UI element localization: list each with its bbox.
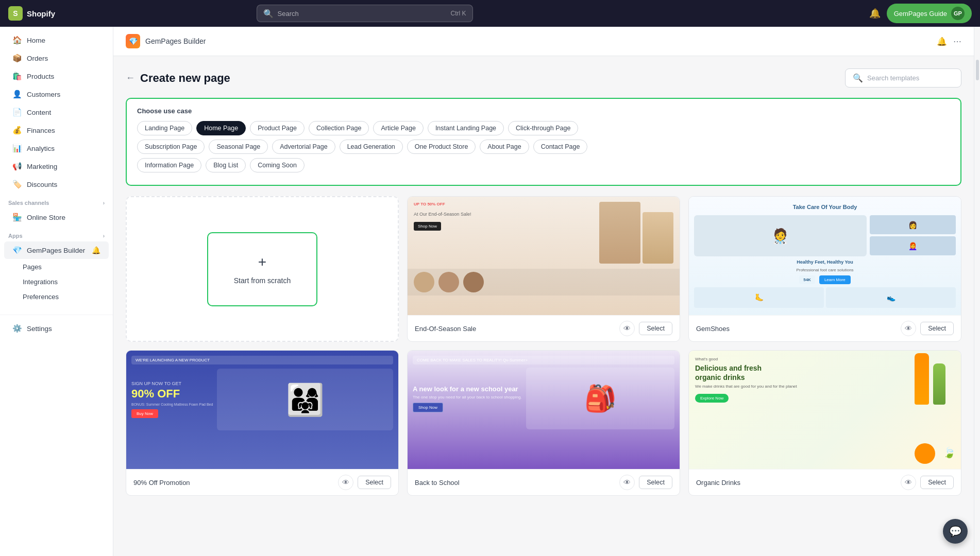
tag-subscription-page[interactable]: Subscription Page <box>137 140 205 154</box>
app-header-title: GemPages Builder <box>145 37 206 45</box>
use-case-title: Choose use case <box>137 107 950 115</box>
global-search-bar[interactable]: 🔍 Ctrl K <box>257 5 473 22</box>
gemshoes-bottom-2: 👟 <box>826 287 956 308</box>
tag-landing-page[interactable]: Landing Page <box>137 121 192 135</box>
tag-instant-landing-page[interactable]: Instant Landing Page <box>428 121 504 135</box>
preview-button-gemshoes[interactable]: 👁 <box>901 321 916 336</box>
top-navigation: S Shopify 🔍 Ctrl K 🔔 GemPages Guide GP <box>0 0 980 27</box>
tag-product-page[interactable]: Product Page <box>250 121 305 135</box>
select-button-gemshoes[interactable]: Select <box>920 322 954 335</box>
preview-subtitle: At Our End-of-Season Sale! <box>414 208 595 218</box>
scroll-track <box>974 27 980 556</box>
sidebar-item-gempages[interactable]: 💎 GemPages Builder 🔔 <box>4 241 109 259</box>
sidebar-item-settings[interactable]: ⚙️ Settings <box>4 320 109 337</box>
select-button-school[interactable]: Select <box>639 476 672 489</box>
tag-click-through-page[interactable]: Click-through Page <box>508 121 578 135</box>
sidebar-item-orders[interactable]: 📦 Orders <box>4 49 109 67</box>
customers-icon: 👤 <box>12 90 22 99</box>
sidebar-item-products[interactable]: 🛍️ Products <box>4 67 109 85</box>
sidebar-item-customers[interactable]: 👤 Customers <box>4 85 109 103</box>
template-search-input[interactable] <box>867 74 954 82</box>
template-card-end-season[interactable]: UP TO 50% OFF At Our End-of-Season Sale!… <box>407 196 680 342</box>
preview-button-school[interactable]: 👁 <box>619 475 635 490</box>
model-circle-3 <box>463 272 484 292</box>
template-card-organic[interactable]: What's good Delicious and freshorganic d… <box>688 350 961 496</box>
top-nav-right: 🔔 GemPages Guide GP <box>869 4 972 23</box>
preview-button-organic[interactable]: 👁 <box>901 475 916 490</box>
gemshoes-preview-block: Take Care Of Your Body 🧑‍⚕️ 👩 👩‍🦰 <box>689 197 961 315</box>
chat-icon: 💬 <box>949 525 962 537</box>
explore-btn: Explore Now <box>695 394 729 403</box>
tag-coming-soon[interactable]: Coming Soon <box>250 158 305 172</box>
buy-now-btn: Buy Now <box>131 409 158 418</box>
template-actions-school: 👁 Select <box>619 475 672 490</box>
template-card-school[interactable]: COME BACK TO MAKE SALES TO REALITY! Qv-S… <box>407 350 680 496</box>
tag-one-product-store[interactable]: One Product Store <box>407 140 476 154</box>
sidebar-item-label: Analytics <box>27 145 55 152</box>
tag-lead-generation[interactable]: Lead Generation <box>340 140 403 154</box>
sidebar-sub-item-integrations[interactable]: Integrations <box>0 274 113 289</box>
template-card-scratch[interactable]: + Start from scratch <box>126 196 399 342</box>
shopify-logo: S Shopify <box>8 6 55 21</box>
global-search-input[interactable] <box>278 10 447 18</box>
family-icon: 👨‍👩‍👧 <box>286 381 325 418</box>
notification-icon[interactable]: 🔔 <box>869 8 881 19</box>
scroll-thumb[interactable] <box>976 60 979 80</box>
chat-button[interactable]: 💬 <box>943 519 968 544</box>
template-name-gemshoes: GemShoes <box>696 325 730 333</box>
tag-article-page[interactable]: Article Page <box>373 121 423 135</box>
learn-more-btn: Learn More <box>819 275 851 284</box>
tag-blog-list[interactable]: Blog List <box>206 158 246 172</box>
sales-channels-section: Sales channels › <box>0 194 113 208</box>
tag-contact-page[interactable]: Contact Page <box>533 140 588 154</box>
header-bell-icon[interactable]: 🔔 <box>937 37 947 46</box>
template-actions-organic: 👁 Select <box>901 475 954 490</box>
discount-percent: 90% OFF <box>131 388 213 399</box>
tag-about-page[interactable]: About Page <box>480 140 529 154</box>
tag-seasonal-page[interactable]: Seasonal Page <box>209 140 268 154</box>
scratch-inner: + Start from scratch <box>207 232 317 306</box>
template-footer-organic: Organic Drinks 👁 Select <box>689 469 961 495</box>
select-button-organic[interactable]: Select <box>920 476 954 489</box>
school-preview-block: COME BACK TO MAKE SALES TO REALITY! Qv-S… <box>408 351 680 469</box>
tag-row-1: Landing Page Home Page Product Page Coll… <box>137 121 950 135</box>
main-layout: 🏠 Home 📦 Orders 🛍️ Products 👤 Customers … <box>0 27 980 556</box>
sidebar-item-finances[interactable]: 💰 Finances <box>4 121 109 139</box>
search-icon: 🔍 <box>263 9 274 19</box>
template-preview-gemshoes: Take Care Of Your Body 🧑‍⚕️ 👩 👩‍🦰 <box>689 197 961 315</box>
select-button-blue-product[interactable]: Select <box>358 476 391 489</box>
preview-button-blue-product[interactable]: 👁 <box>338 475 353 490</box>
template-footer-blue-product: 90% Off Promotion 👁 Select <box>126 469 398 495</box>
select-button-end-season[interactable]: Select <box>639 322 672 335</box>
analytics-icon: 📊 <box>12 144 22 153</box>
preview-button-end-season[interactable]: 👁 <box>619 321 635 336</box>
header-more-icon[interactable]: ⋯ <box>953 37 961 46</box>
gemshoes-thumb-2: 👩‍🦰 <box>870 236 956 255</box>
sidebar-sub-item-pages[interactable]: Pages <box>0 259 113 274</box>
sidebar-item-online-store[interactable]: 🏪 Online Store <box>4 208 109 226</box>
tag-advertorial-page[interactable]: Advertorial Page <box>272 140 335 154</box>
gemshoes-header: Take Care Of Your Body <box>694 202 956 212</box>
scratch-card[interactable]: + Start from scratch <box>126 196 399 342</box>
sidebar-item-content[interactable]: 📄 Content <box>4 103 109 121</box>
sales-channels-label: Sales channels <box>8 200 49 206</box>
sidebar-item-discounts[interactable]: 🏷️ Discounts <box>4 176 109 193</box>
sidebar-sub-item-preferences[interactable]: Preferences <box>0 289 113 304</box>
sidebar-item-home[interactable]: 🏠 Home <box>4 31 109 49</box>
tag-collection-page[interactable]: Collection Page <box>309 121 369 135</box>
template-search-bar[interactable]: 🔍 <box>845 68 961 88</box>
back-button[interactable]: ← <box>126 73 135 83</box>
school-product-image: 🎒 <box>526 368 674 429</box>
template-card-gemshoes[interactable]: Take Care Of Your Body 🧑‍⚕️ 👩 👩‍🦰 <box>688 196 961 342</box>
template-actions-end-season: 👁 Select <box>619 321 672 336</box>
user-menu-button[interactable]: GemPages Guide GP <box>887 4 972 23</box>
tag-information-page[interactable]: Information Page <box>137 158 201 172</box>
tag-home-page[interactable]: Home Page <box>196 121 246 135</box>
template-preview-end-season: UP TO 50% OFF At Our End-of-Season Sale!… <box>408 197 680 315</box>
preview-top: UP TO 50% OFF At Our End-of-Season Sale!… <box>408 197 680 269</box>
sidebar-item-analytics[interactable]: 📊 Analytics <box>4 140 109 157</box>
template-card-blue-product[interactable]: WE'RE LAUNCHING A NEW PRODUCT SIGN UP NO… <box>126 350 399 496</box>
sidebar-item-marketing[interactable]: 📢 Marketing <box>4 158 109 175</box>
template-footer-gemshoes: GemShoes 👁 Select <box>689 315 961 341</box>
page-header: ← Create new page 🔍 <box>126 68 961 88</box>
